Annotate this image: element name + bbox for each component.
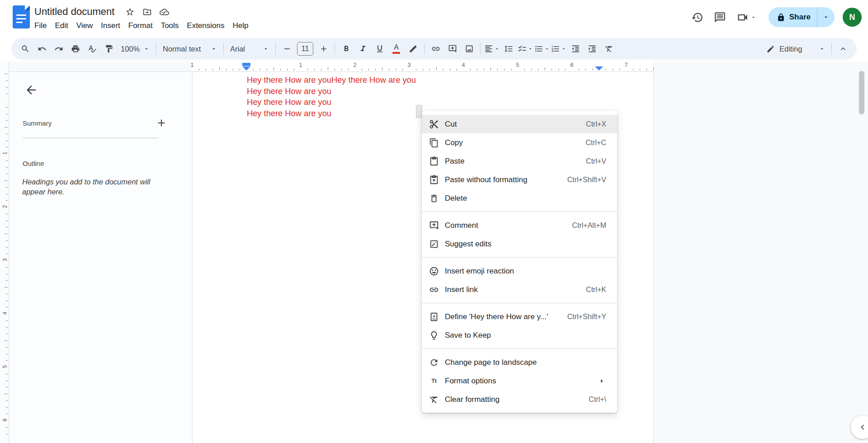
text-color-letter: A [394, 44, 399, 51]
star-button[interactable] [123, 5, 136, 18]
toolbar-separator [156, 43, 156, 55]
menu-view[interactable]: View [72, 20, 97, 31]
paste-without-formatting-icon [429, 175, 439, 185]
left-indent-marker[interactable] [242, 63, 250, 71]
context-menu-item-paste[interactable]: PasteCtrl+V [422, 152, 617, 170]
zoom-dropdown[interactable]: 100% [117, 41, 153, 57]
close-outline-button[interactable] [24, 83, 38, 97]
video-call-button[interactable] [731, 6, 761, 28]
context-menu-item-insert-link[interactable]: Insert linkCtrl+K [422, 280, 617, 299]
indent-icon [588, 44, 597, 53]
numbered-list-button[interactable] [550, 41, 567, 57]
plus-icon [156, 117, 167, 129]
text-color-button[interactable]: A [388, 41, 405, 57]
context-menu-item-cut[interactable]: CutCtrl+X [422, 115, 617, 133]
context-menu-item-suggest-edits[interactable]: Suggest edits [422, 235, 617, 253]
caret-down-icon [528, 46, 533, 52]
decrease-indent-button[interactable] [567, 41, 584, 57]
logo-fold [25, 5, 30, 10]
hide-menus-button[interactable] [835, 41, 851, 57]
context-menu-item-delete[interactable]: Delete [422, 189, 617, 207]
context-menu-item-define-hey-there-how-are-y[interactable]: aDefine 'Hey there How are y...'Ctrl+Shi… [422, 307, 617, 326]
share-label: Share [789, 13, 811, 22]
vertical-scrollbar[interactable] [859, 71, 864, 114]
line-spacing-button[interactable] [500, 41, 517, 57]
history-button[interactable] [686, 6, 709, 28]
folder-move-icon [142, 7, 152, 17]
menu-item-shortcut: Ctrl+Alt+M [572, 222, 606, 230]
context-menu-item-copy[interactable]: CopyCtrl+C [422, 133, 617, 152]
add-comment-button[interactable] [444, 41, 461, 57]
share-dropdown-button[interactable] [817, 7, 835, 27]
styles-dropdown[interactable]: Normal text [159, 41, 221, 57]
undo-button[interactable] [33, 41, 50, 57]
toolbar-separator [335, 43, 335, 55]
clear-formatting-button[interactable] [600, 41, 617, 57]
editing-mode-dropdown[interactable]: Editing [763, 41, 829, 57]
document-line-3[interactable]: Hey there How are you [247, 97, 416, 108]
context-menu-item-save-to-keep[interactable]: Save to Keep [422, 326, 617, 344]
caret-down-icon [263, 46, 269, 52]
insert-link-button[interactable] [427, 41, 444, 57]
add-summary-button[interactable] [156, 117, 167, 129]
first-line-indent-marker[interactable] [242, 63, 250, 66]
italic-button[interactable] [354, 41, 371, 57]
bold-button[interactable] [338, 41, 354, 57]
plus-icon [156, 117, 167, 129]
ruler-number: 2 [354, 62, 357, 68]
folder-move-button[interactable] [141, 5, 153, 18]
menu-item-shortcut: Ctrl+Shift+V [567, 176, 606, 184]
highlight-color-button[interactable] [405, 41, 421, 57]
font-dropdown[interactable]: Arial [226, 41, 273, 57]
search-button[interactable] [17, 41, 33, 57]
context-menu-item-paste-without-formatting[interactable]: Paste without formattingCtrl+Shift+V [422, 170, 617, 189]
redo-button[interactable] [50, 41, 67, 57]
menu-insert[interactable]: Insert [97, 20, 124, 31]
align-button[interactable] [483, 41, 500, 57]
context-menu-item-comment[interactable]: CommentCtrl+Alt+M [422, 216, 617, 235]
menu-edit[interactable]: Edit [51, 20, 72, 31]
menu-help[interactable]: Help [228, 20, 252, 31]
menu-tools[interactable]: Tools [157, 20, 183, 31]
decrease-font-size-button[interactable] [278, 41, 295, 57]
link-icon [431, 44, 440, 53]
document-line-1[interactable]: Hey there How are youHey there How are y… [247, 75, 416, 86]
spelling-check-button[interactable] [84, 41, 100, 57]
bulleted-list-button[interactable] [533, 41, 550, 57]
underline-button[interactable] [371, 41, 388, 57]
comments-button[interactable] [709, 6, 731, 28]
right-indent-marker[interactable] [595, 66, 603, 71]
menu-file[interactable]: File [30, 20, 51, 31]
comments-icon [714, 11, 726, 24]
font-size-input[interactable]: 11 [297, 42, 313, 56]
docs-logo-icon[interactable] [13, 5, 30, 28]
context-menu-item-change-page-to-landscape[interactable]: Change page to landscape [422, 353, 617, 372]
context-menu-item-clear-formatting[interactable]: Clear formattingCtrl+\ [422, 390, 617, 409]
align-left-icon [484, 44, 493, 53]
menu-item-shortcut: Ctrl+K [586, 286, 606, 294]
cut-icon [429, 119, 439, 129]
avatar[interactable]: N [843, 8, 862, 27]
menu-format[interactable]: Format [124, 20, 157, 31]
increase-indent-button[interactable] [584, 41, 600, 57]
share-button[interactable]: Share [769, 7, 835, 27]
document-line-2[interactable]: Hey there How are you [247, 86, 416, 97]
checklist-button[interactable] [517, 41, 533, 57]
document-title[interactable]: Untitled document [34, 6, 114, 18]
increase-font-size-button[interactable] [315, 41, 332, 57]
share-main[interactable]: Share [769, 7, 817, 27]
expand-side-panel-button[interactable] [851, 415, 868, 439]
insert-image-button[interactable] [461, 41, 477, 57]
star-icon [125, 7, 135, 17]
context-menu-item-format-options[interactable]: TtFormat options [422, 372, 617, 390]
undo-icon [38, 44, 47, 53]
menu-extensions[interactable]: Extensions [183, 20, 228, 31]
paint-format-button[interactable] [100, 41, 117, 57]
cloud-check-button[interactable] [158, 5, 170, 18]
lock-icon [777, 13, 785, 22]
menu-item-label: Insert link [445, 285, 578, 294]
print-button[interactable] [67, 41, 84, 57]
context-menu-item-insert-emoji-reaction[interactable]: Insert emoji reaction [422, 262, 617, 280]
svg-text:a: a [433, 314, 435, 318]
document-line-4[interactable]: Hey there How are you [247, 108, 416, 119]
